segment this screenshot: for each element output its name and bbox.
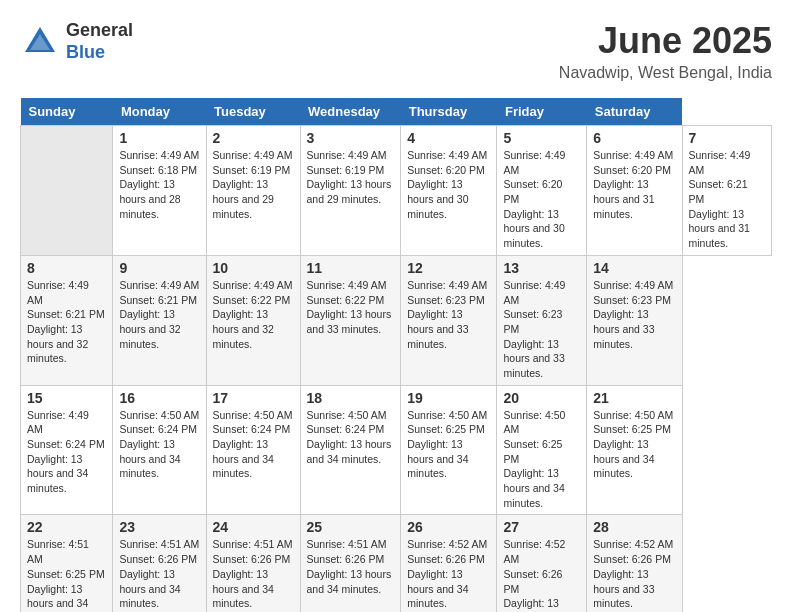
day-info: Sunrise: 4:50 AM Sunset: 6:25 PM Dayligh…	[407, 408, 490, 481]
day-info: Sunrise: 4:51 AM Sunset: 6:26 PM Dayligh…	[119, 537, 199, 610]
calendar-cell: 4Sunrise: 4:49 AM Sunset: 6:20 PM Daylig…	[401, 126, 497, 256]
day-number: 27	[503, 519, 580, 535]
day-info: Sunrise: 4:49 AM Sunset: 6:20 PM Dayligh…	[407, 148, 490, 221]
day-number: 1	[119, 130, 199, 146]
day-number: 18	[307, 390, 395, 406]
calendar-header-row: SundayMondayTuesdayWednesdayThursdayFrid…	[21, 98, 772, 126]
logo-blue: Blue	[66, 42, 133, 64]
day-number: 7	[689, 130, 765, 146]
day-number: 3	[307, 130, 395, 146]
calendar-cell: 23Sunrise: 4:51 AM Sunset: 6:26 PM Dayli…	[113, 515, 206, 612]
day-number: 17	[213, 390, 294, 406]
day-info: Sunrise: 4:52 AM Sunset: 6:26 PM Dayligh…	[593, 537, 675, 610]
calendar-cell: 8Sunrise: 4:49 AM Sunset: 6:21 PM Daylig…	[21, 255, 113, 385]
logo-text: General Blue	[66, 20, 133, 63]
calendar-table: SundayMondayTuesdayWednesdayThursdayFrid…	[20, 98, 772, 612]
calendar-cell: 13Sunrise: 4:49 AM Sunset: 6:23 PM Dayli…	[497, 255, 587, 385]
day-number: 26	[407, 519, 490, 535]
calendar-cell: 22Sunrise: 4:51 AM Sunset: 6:25 PM Dayli…	[21, 515, 113, 612]
calendar-cell: 16Sunrise: 4:50 AM Sunset: 6:24 PM Dayli…	[113, 385, 206, 515]
day-info: Sunrise: 4:52 AM Sunset: 6:26 PM Dayligh…	[503, 537, 580, 612]
day-number: 24	[213, 519, 294, 535]
day-number: 15	[27, 390, 106, 406]
calendar-cell: 28Sunrise: 4:52 AM Sunset: 6:26 PM Dayli…	[587, 515, 682, 612]
calendar-cell: 9Sunrise: 4:49 AM Sunset: 6:21 PM Daylig…	[113, 255, 206, 385]
calendar-cell: 26Sunrise: 4:52 AM Sunset: 6:26 PM Dayli…	[401, 515, 497, 612]
column-header-sunday: Sunday	[21, 98, 113, 126]
day-number: 16	[119, 390, 199, 406]
calendar-cell: 18Sunrise: 4:50 AM Sunset: 6:24 PM Dayli…	[300, 385, 401, 515]
calendar-cell: 24Sunrise: 4:51 AM Sunset: 6:26 PM Dayli…	[206, 515, 300, 612]
day-info: Sunrise: 4:50 AM Sunset: 6:25 PM Dayligh…	[503, 408, 580, 511]
logo: General Blue	[20, 20, 133, 63]
day-info: Sunrise: 4:49 AM Sunset: 6:21 PM Dayligh…	[27, 278, 106, 366]
calendar-cell: 6Sunrise: 4:49 AM Sunset: 6:20 PM Daylig…	[587, 126, 682, 256]
calendar-cell: 2Sunrise: 4:49 AM Sunset: 6:19 PM Daylig…	[206, 126, 300, 256]
calendar-cell	[21, 126, 113, 256]
header: General Blue June 2025 Navadwip, West Be…	[20, 20, 772, 82]
day-info: Sunrise: 4:50 AM Sunset: 6:24 PM Dayligh…	[119, 408, 199, 481]
location-title: Navadwip, West Bengal, India	[559, 64, 772, 82]
day-info: Sunrise: 4:49 AM Sunset: 6:23 PM Dayligh…	[593, 278, 675, 351]
day-info: Sunrise: 4:49 AM Sunset: 6:20 PM Dayligh…	[503, 148, 580, 251]
day-number: 8	[27, 260, 106, 276]
day-info: Sunrise: 4:49 AM Sunset: 6:19 PM Dayligh…	[213, 148, 294, 221]
day-info: Sunrise: 4:49 AM Sunset: 6:24 PM Dayligh…	[27, 408, 106, 496]
day-info: Sunrise: 4:49 AM Sunset: 6:18 PM Dayligh…	[119, 148, 199, 221]
month-title: June 2025	[559, 20, 772, 62]
day-info: Sunrise: 4:49 AM Sunset: 6:22 PM Dayligh…	[213, 278, 294, 351]
day-number: 9	[119, 260, 199, 276]
calendar-cell: 21Sunrise: 4:50 AM Sunset: 6:25 PM Dayli…	[587, 385, 682, 515]
calendar-cell: 7Sunrise: 4:49 AM Sunset: 6:21 PM Daylig…	[682, 126, 771, 256]
column-header-monday: Monday	[113, 98, 206, 126]
day-number: 21	[593, 390, 675, 406]
day-number: 20	[503, 390, 580, 406]
calendar-cell: 27Sunrise: 4:52 AM Sunset: 6:26 PM Dayli…	[497, 515, 587, 612]
column-header-thursday: Thursday	[401, 98, 497, 126]
day-number: 12	[407, 260, 490, 276]
calendar-cell: 12Sunrise: 4:49 AM Sunset: 6:23 PM Dayli…	[401, 255, 497, 385]
day-info: Sunrise: 4:49 AM Sunset: 6:22 PM Dayligh…	[307, 278, 395, 337]
day-info: Sunrise: 4:52 AM Sunset: 6:26 PM Dayligh…	[407, 537, 490, 610]
column-header-wednesday: Wednesday	[300, 98, 401, 126]
logo-icon	[20, 22, 60, 62]
calendar-week-row: 15Sunrise: 4:49 AM Sunset: 6:24 PM Dayli…	[21, 385, 772, 515]
day-number: 28	[593, 519, 675, 535]
calendar-week-row: 1Sunrise: 4:49 AM Sunset: 6:18 PM Daylig…	[21, 126, 772, 256]
day-number: 11	[307, 260, 395, 276]
calendar-cell: 19Sunrise: 4:50 AM Sunset: 6:25 PM Dayli…	[401, 385, 497, 515]
calendar-cell: 11Sunrise: 4:49 AM Sunset: 6:22 PM Dayli…	[300, 255, 401, 385]
day-info: Sunrise: 4:49 AM Sunset: 6:19 PM Dayligh…	[307, 148, 395, 207]
calendar-week-row: 8Sunrise: 4:49 AM Sunset: 6:21 PM Daylig…	[21, 255, 772, 385]
calendar-cell: 15Sunrise: 4:49 AM Sunset: 6:24 PM Dayli…	[21, 385, 113, 515]
calendar-cell: 10Sunrise: 4:49 AM Sunset: 6:22 PM Dayli…	[206, 255, 300, 385]
title-area: June 2025 Navadwip, West Bengal, India	[559, 20, 772, 82]
day-number: 5	[503, 130, 580, 146]
day-number: 13	[503, 260, 580, 276]
calendar-week-row: 22Sunrise: 4:51 AM Sunset: 6:25 PM Dayli…	[21, 515, 772, 612]
day-info: Sunrise: 4:50 AM Sunset: 6:24 PM Dayligh…	[213, 408, 294, 481]
day-number: 4	[407, 130, 490, 146]
day-number: 10	[213, 260, 294, 276]
day-info: Sunrise: 4:51 AM Sunset: 6:26 PM Dayligh…	[213, 537, 294, 610]
day-info: Sunrise: 4:49 AM Sunset: 6:23 PM Dayligh…	[407, 278, 490, 351]
calendar-body: 1Sunrise: 4:49 AM Sunset: 6:18 PM Daylig…	[21, 126, 772, 613]
column-header-tuesday: Tuesday	[206, 98, 300, 126]
day-number: 23	[119, 519, 199, 535]
day-info: Sunrise: 4:49 AM Sunset: 6:21 PM Dayligh…	[689, 148, 765, 251]
calendar-cell: 17Sunrise: 4:50 AM Sunset: 6:24 PM Dayli…	[206, 385, 300, 515]
calendar-cell: 1Sunrise: 4:49 AM Sunset: 6:18 PM Daylig…	[113, 126, 206, 256]
day-info: Sunrise: 4:51 AM Sunset: 6:25 PM Dayligh…	[27, 537, 106, 612]
day-number: 14	[593, 260, 675, 276]
calendar-cell: 25Sunrise: 4:51 AM Sunset: 6:26 PM Dayli…	[300, 515, 401, 612]
column-header-friday: Friday	[497, 98, 587, 126]
day-number: 19	[407, 390, 490, 406]
day-number: 25	[307, 519, 395, 535]
day-number: 22	[27, 519, 106, 535]
calendar-cell: 3Sunrise: 4:49 AM Sunset: 6:19 PM Daylig…	[300, 126, 401, 256]
day-info: Sunrise: 4:49 AM Sunset: 6:21 PM Dayligh…	[119, 278, 199, 351]
day-info: Sunrise: 4:50 AM Sunset: 6:24 PM Dayligh…	[307, 408, 395, 467]
calendar-cell: 14Sunrise: 4:49 AM Sunset: 6:23 PM Dayli…	[587, 255, 682, 385]
logo-general: General	[66, 20, 133, 42]
day-info: Sunrise: 4:50 AM Sunset: 6:25 PM Dayligh…	[593, 408, 675, 481]
